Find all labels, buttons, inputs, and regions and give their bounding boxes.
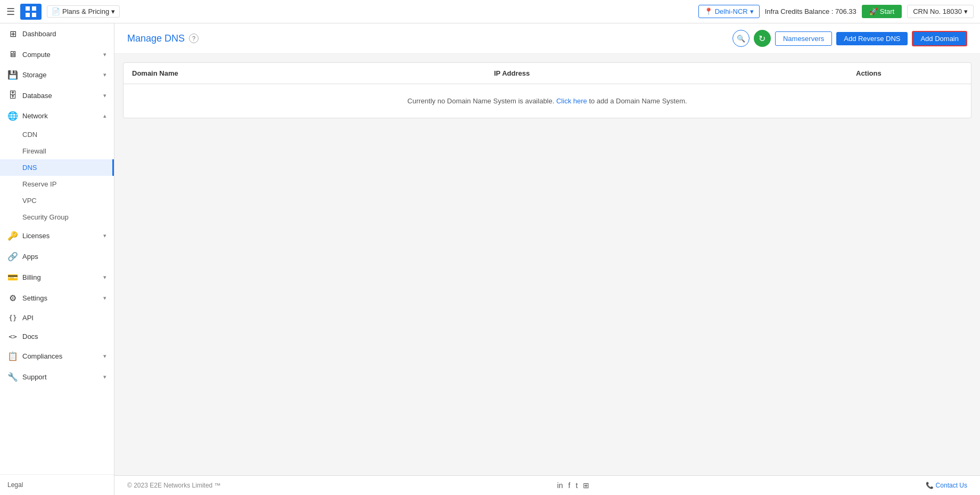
- infra-credits-balance: Infra Credits Balance : 706.33: [765, 7, 857, 15]
- empty-suffix: to add a Domain Name System.: [589, 97, 687, 105]
- sidebar-item-network[interactable]: 🌐 Network ▴: [0, 106, 114, 126]
- page-header: Manage DNS ? 🔍 ↻ Nameservers Add Reverse…: [114, 23, 980, 54]
- page-title: Manage DNS: [127, 33, 185, 44]
- data-table: Domain Name IP Address Actions Currently…: [123, 62, 971, 118]
- legal-label[interactable]: Legal: [7, 481, 23, 489]
- sidebar-item-label: Docs: [22, 332, 106, 340]
- main-layout: ⊞ Dashboard 🖥 Compute ▾ 💾 Storage ▾ 🗄 Da…: [0, 23, 980, 495]
- sidebar-item-label: Dashboard: [22, 30, 106, 38]
- start-button[interactable]: 🚀 Start: [862, 5, 902, 18]
- twitter-icon[interactable]: t: [575, 481, 578, 490]
- sidebar-sub-item-firewall[interactable]: Firewall: [0, 143, 114, 159]
- crn-label: CRN No. 18030: [913, 7, 962, 15]
- add-reverse-dns-button[interactable]: Add Reverse DNS: [836, 32, 908, 45]
- sidebar-item-label: Settings: [22, 294, 99, 302]
- plans-pricing-button[interactable]: 📄 Plans & Pricing ▾: [47, 5, 120, 18]
- sidebar-item-compute[interactable]: 🖥 Compute ▾: [0, 44, 114, 64]
- page-footer: © 2023 E2E Networks Limited ™ in f t ⊞ 📞…: [114, 475, 980, 495]
- sidebar-sub-item-cdn[interactable]: CDN: [0, 126, 114, 143]
- search-button[interactable]: 🔍: [732, 30, 750, 47]
- chevron-down-icon: ▾: [103, 295, 106, 302]
- sidebar-sub-item-vpc[interactable]: VPC: [0, 192, 114, 209]
- sidebar-item-compliances[interactable]: 📋 Compliances ▾: [0, 346, 114, 367]
- sidebar-item-label: Storage: [22, 71, 99, 79]
- linkedin-icon[interactable]: in: [557, 481, 563, 490]
- empty-text: Currently no Domain Name System is avail…: [407, 97, 554, 105]
- column-header-ip-address: IP Address: [494, 69, 856, 77]
- sidebar-item-database[interactable]: 🗄 Database ▾: [0, 85, 114, 106]
- sidebar-item-label: Billing: [22, 273, 99, 281]
- cdn-label: CDN: [22, 131, 37, 139]
- chevron-down-icon: ▾: [103, 374, 106, 380]
- plans-pricing-label: Plans & Pricing: [62, 7, 109, 15]
- compliances-icon: 📋: [7, 351, 18, 361]
- chevron-down-icon: ▾: [103, 51, 106, 58]
- reserve-ip-label: Reserve IP: [22, 180, 56, 188]
- table-header-row: Domain Name IP Address Actions: [123, 63, 971, 84]
- help-icon[interactable]: ?: [189, 34, 199, 43]
- sidebar-item-dashboard[interactable]: ⊞ Dashboard: [0, 23, 114, 44]
- table-area: Domain Name IP Address Actions Currently…: [114, 54, 980, 475]
- hamburger-icon[interactable]: ☰: [6, 6, 15, 18]
- sidebar-item-support[interactable]: 🔧 Support ▾: [0, 367, 114, 387]
- crn-button[interactable]: CRN No. 18030 ▾: [907, 5, 974, 18]
- storage-icon: 💾: [7, 70, 18, 80]
- sidebar-item-label: Apps: [22, 253, 106, 261]
- contact-us-link[interactable]: 📞 Contact Us: [926, 482, 967, 489]
- chevron-down-icon: ▾: [964, 7, 968, 15]
- chevron-down-icon: ▾: [103, 71, 106, 78]
- click-here-link[interactable]: Click here: [556, 97, 587, 105]
- settings-icon: ⚙: [7, 293, 18, 303]
- dns-label: DNS: [22, 164, 37, 172]
- sidebar-item-label: Compliances: [22, 352, 99, 360]
- logo: [20, 4, 42, 20]
- svg-rect-2: [26, 13, 30, 17]
- sidebar: ⊞ Dashboard 🖥 Compute ▾ 💾 Storage ▾ 🗄 Da…: [0, 23, 114, 495]
- support-icon: 🔧: [7, 372, 18, 382]
- chevron-down-icon: ▾: [103, 274, 106, 281]
- page-actions: 🔍 ↻ Nameservers Add Reverse DNS Add Doma…: [732, 30, 967, 47]
- sidebar-item-licenses[interactable]: 🔑 Licenses ▾: [0, 225, 114, 246]
- compute-icon: 🖥: [7, 50, 18, 59]
- sidebar-item-billing[interactable]: 💳 Billing ▾: [0, 267, 114, 288]
- firewall-label: Firewall: [22, 147, 46, 155]
- refresh-icon: ↻: [759, 34, 765, 44]
- chevron-down-icon: ▾: [103, 92, 106, 99]
- sidebar-item-label: Database: [22, 92, 99, 100]
- vpc-label: VPC: [22, 197, 37, 205]
- location-button[interactable]: 📍 Delhi-NCR ▾: [698, 5, 760, 18]
- add-domain-button[interactable]: Add Domain: [912, 31, 967, 46]
- nameservers-button[interactable]: Nameservers: [775, 31, 832, 46]
- sidebar-sub-item-security-group[interactable]: Security Group: [0, 209, 114, 225]
- apps-icon: 🔗: [7, 251, 18, 262]
- svg-rect-0: [26, 6, 30, 11]
- network-icon: 🌐: [7, 111, 18, 121]
- sidebar-sub-item-reserve-ip[interactable]: Reserve IP: [0, 176, 114, 192]
- rocket-icon: 🚀: [869, 7, 878, 15]
- dashboard-icon: ⊞: [7, 29, 18, 39]
- sidebar-item-storage[interactable]: 💾 Storage ▾: [0, 64, 114, 85]
- sidebar-sub-item-dns[interactable]: DNS: [0, 159, 114, 176]
- refresh-button[interactable]: ↻: [754, 30, 771, 47]
- svg-rect-1: [32, 6, 36, 11]
- chevron-up-icon: ▴: [103, 112, 106, 119]
- rss-icon[interactable]: ⊞: [583, 481, 589, 490]
- sidebar-item-label: Network: [22, 112, 99, 120]
- sidebar-item-settings[interactable]: ⚙ Settings ▾: [0, 288, 114, 309]
- sidebar-footer: Legal: [0, 474, 114, 495]
- sidebar-item-label: Support: [22, 373, 99, 381]
- header-right: 📍 Delhi-NCR ▾ Infra Credits Balance : 70…: [698, 5, 974, 18]
- billing-icon: 💳: [7, 272, 18, 282]
- sidebar-item-api[interactable]: {} API: [0, 309, 114, 327]
- sidebar-item-docs[interactable]: <> Docs: [0, 327, 114, 346]
- sidebar-item-apps[interactable]: 🔗 Apps: [0, 246, 114, 267]
- column-header-actions: Actions: [856, 69, 962, 77]
- sidebar-item-label: Licenses: [22, 232, 99, 240]
- docs-icon: <>: [7, 332, 18, 340]
- facebook-icon[interactable]: f: [569, 481, 571, 490]
- search-icon: 🔍: [737, 35, 745, 43]
- content-area: Manage DNS ? 🔍 ↻ Nameservers Add Reverse…: [114, 23, 980, 495]
- footer-social: in f t ⊞: [557, 481, 590, 490]
- copyright-label: © 2023 E2E Networks Limited ™: [127, 482, 221, 489]
- sidebar-item-label: Compute: [22, 51, 99, 59]
